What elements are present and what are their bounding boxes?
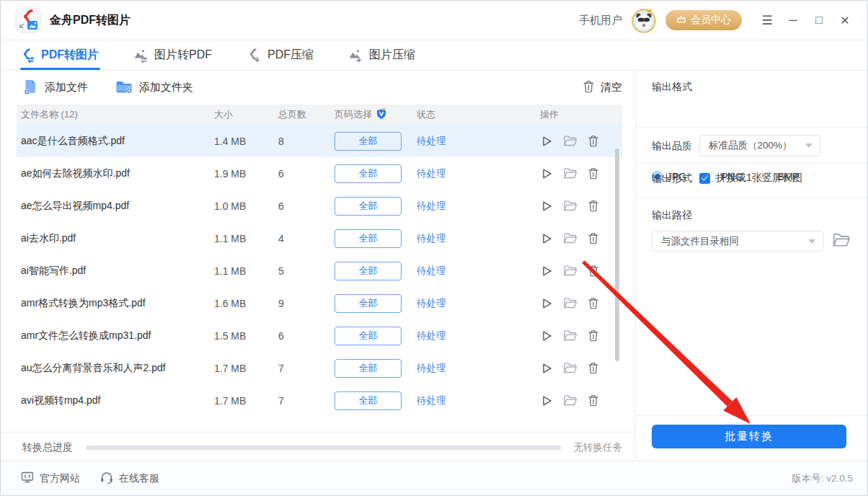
trash-icon [583, 80, 595, 95]
member-center-button[interactable]: 会员中心 [665, 10, 742, 30]
file-size: 1.9 MB [214, 168, 278, 180]
table-row[interactable]: amr格式转换为mp3格式.pdf 1.6 MB 9 全部 待处理 [17, 287, 622, 319]
file-pages: 9 [278, 298, 327, 309]
app-window: 金舟PDF转图片 手机用户 [0, 0, 868, 496]
file-pages: 6 [278, 330, 327, 342]
file-table: 文件名称 (12) 大小 总页数 页码选择 状态 操作 [17, 105, 622, 417]
page-select-button[interactable]: 全部 [335, 391, 402, 410]
table-row[interactable]: ai智能写作.pdf 1.1 MB 5 全部 待处理 [17, 254, 622, 287]
online-support-link[interactable]: 在线客服 [100, 471, 159, 486]
tab-pdf-to-image[interactable]: PDF转图片 [20, 40, 99, 70]
play-icon[interactable] [540, 297, 553, 310]
title-bar: 金舟PDF转图片 手机用户 [1, 1, 867, 40]
tab-image-compress[interactable]: 图片压缩 [348, 40, 415, 70]
file-pages: 5 [278, 265, 327, 277]
open-folder-icon[interactable] [563, 329, 577, 342]
page-select-button[interactable]: 全部 [335, 327, 402, 345]
file-name: amr文件怎么转换成mp31.pdf [17, 329, 214, 342]
page-select-button[interactable]: 全部 [335, 164, 402, 183]
clear-list-button[interactable]: 清空 [583, 80, 622, 95]
tab-label: 图片压缩 [369, 48, 415, 63]
delete-icon[interactable] [588, 265, 599, 277]
delete-icon[interactable] [588, 362, 599, 374]
tab-pdf-compress[interactable]: PDF压缩 [247, 40, 314, 70]
open-folder-icon[interactable] [563, 232, 577, 244]
play-icon[interactable] [540, 167, 553, 180]
add-file-button[interactable]: 添加文件 [22, 79, 88, 97]
table-row[interactable]: ae怎么导出视频mp4.pdf 1.0 MB 6 全部 待处理 [17, 190, 622, 222]
output-quality-select[interactable]: 标准品质（200%） [699, 135, 820, 156]
page-select-button[interactable]: 全部 [335, 294, 402, 313]
page-select-button[interactable]: 全部 [335, 359, 402, 378]
official-site-label: 官方网站 [40, 472, 80, 485]
play-icon[interactable] [540, 265, 553, 278]
batch-convert-button[interactable]: 批量转换 [652, 425, 846, 448]
table-header: 文件名称 (12) 大小 总页数 页码选择 状态 操作 [17, 105, 622, 125]
open-folder-icon[interactable] [563, 135, 577, 147]
output-form-option[interactable]: 拼接成1张竖屏长图 [699, 172, 802, 185]
play-icon[interactable] [540, 232, 553, 245]
table-row[interactable]: amr文件怎么转换成mp31.pdf 1.5 MB 6 全部 待处理 [17, 319, 622, 352]
official-site-link[interactable]: 官方网站 [21, 471, 80, 486]
crown-icon [676, 14, 686, 26]
page-select-button[interactable]: 全部 [335, 197, 402, 216]
play-icon[interactable] [540, 362, 553, 375]
play-icon[interactable] [540, 394, 553, 407]
progress-label: 转换总进度 [22, 441, 73, 454]
open-folder-icon[interactable] [563, 200, 577, 212]
tab-image-to-pdf[interactable]: 图片转PDF [133, 40, 212, 70]
file-status: 待处理 [417, 297, 536, 310]
minimize-icon[interactable]: ─ [784, 11, 802, 30]
file-size: 1.1 MB [214, 233, 278, 244]
divider [636, 127, 868, 128]
file-name: au怎么分离背景音乐和人声2.pdf [17, 362, 214, 375]
header-actions: 操作 [536, 108, 622, 121]
member-center-label: 会员中心 [691, 14, 731, 27]
open-folder-icon[interactable] [563, 394, 577, 407]
output-path-select[interactable]: 与源文件目录相同 [652, 231, 823, 252]
table-row[interactable]: ai去水印.pdf 1.1 MB 4 全部 待处理 [17, 222, 622, 254]
divider [636, 163, 868, 164]
table-row[interactable]: ae如何去除视频水印.pdf 1.9 MB 6 全部 待处理 [17, 157, 622, 190]
delete-icon[interactable] [588, 297, 599, 309]
file-status: 待处理 [417, 232, 536, 245]
file-size: 1.1 MB [214, 265, 278, 277]
file-status: 待处理 [417, 394, 536, 407]
delete-icon[interactable] [588, 167, 599, 180]
table-row[interactable]: au怎么分离背景音乐和人声2.pdf 1.7 MB 7 全部 待处理 [17, 352, 622, 384]
table-row[interactable]: avi视频转mp4.pdf 1.7 MB 7 全部 待处理 [17, 384, 622, 417]
delete-icon[interactable] [588, 232, 599, 244]
vip-badge-icon[interactable] [376, 107, 387, 122]
close-icon[interactable]: ✕ [836, 11, 854, 30]
delete-icon[interactable] [588, 329, 599, 342]
scrollbar-thumb[interactable] [615, 149, 619, 361]
file-size: 1.5 MB [214, 330, 278, 342]
play-icon[interactable] [540, 329, 553, 342]
menu-icon[interactable]: ☰ [758, 11, 776, 30]
user-avatar[interactable] [631, 7, 657, 33]
maximize-icon[interactable]: □ [810, 11, 828, 30]
headset-icon [100, 471, 113, 486]
open-folder-icon[interactable] [563, 167, 577, 180]
page-select-button[interactable]: 全部 [335, 132, 402, 151]
add-folder-button[interactable]: 添加文件夹 [115, 79, 193, 97]
browse-folder-icon[interactable] [832, 232, 851, 251]
page-select-button[interactable]: 全部 [335, 229, 402, 248]
table-row[interactable]: aac是什么音频格式.pdf 1.4 MB 8 全部 待处理 [17, 125, 622, 157]
open-folder-icon[interactable] [563, 362, 577, 374]
play-icon[interactable] [540, 200, 553, 213]
app-logo-icon [15, 7, 41, 33]
play-icon[interactable] [540, 135, 553, 148]
open-folder-icon[interactable] [563, 297, 577, 309]
file-name: ae如何去除视频水印.pdf [17, 167, 214, 180]
file-pages: 7 [278, 363, 327, 374]
delete-icon[interactable] [588, 394, 599, 407]
page-select-button[interactable]: 全部 [335, 262, 402, 280]
file-status: 待处理 [417, 135, 536, 148]
delete-icon[interactable] [588, 135, 599, 147]
file-size: 1.6 MB [214, 298, 278, 309]
output-quality-label: 输出品质 [652, 140, 692, 153]
chevron-down-icon [808, 239, 815, 244]
open-folder-icon[interactable] [563, 265, 577, 277]
delete-icon[interactable] [588, 200, 599, 212]
